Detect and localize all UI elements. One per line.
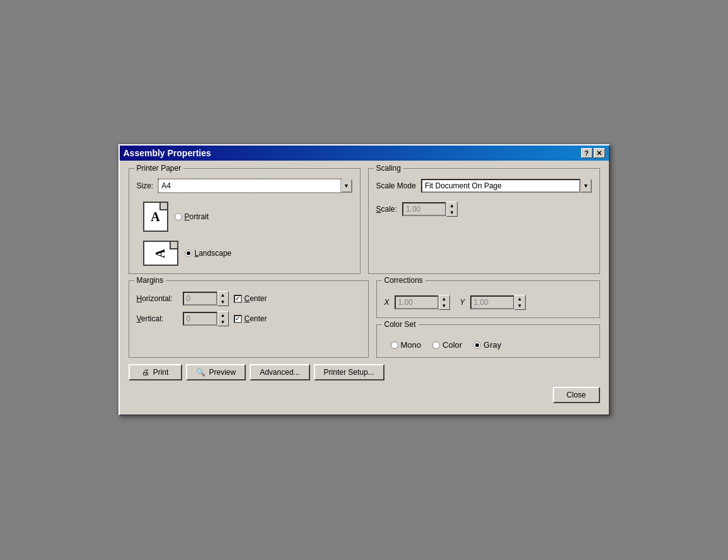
print-button[interactable]: 🖨 Print: [129, 364, 182, 380]
scale-mode-select-arrow[interactable]: ▼: [581, 179, 592, 193]
gray-label: Gray: [483, 340, 501, 350]
vertical-center-wrapper: Center: [234, 314, 267, 323]
button-row: 🖨 Print 🔍 Preview Advanced... Printer Se…: [129, 364, 600, 384]
horizontal-spin-down[interactable]: ▼: [218, 299, 228, 306]
advanced-label: Advanced...: [260, 368, 299, 377]
vertical-spin-up[interactable]: ▲: [218, 312, 228, 319]
color-row: Mono Color Gray: [384, 340, 592, 350]
vertical-spin-down[interactable]: ▼: [218, 319, 228, 326]
scale-mode-row: Scale Mode Fit Document On Page ▼: [376, 179, 592, 193]
horizontal-label: Horizontal:: [137, 294, 178, 303]
x-label: X: [384, 298, 390, 307]
close-label: Close: [567, 391, 586, 399]
y-spin-up[interactable]: ▲: [515, 295, 525, 302]
scale-mode-select-container: Fit Document On Page ▼: [421, 179, 592, 193]
y-spin-down[interactable]: ▼: [515, 302, 525, 309]
gray-option: Gray: [473, 340, 501, 350]
vertical-center-checkbox[interactable]: [234, 315, 242, 323]
scaling-group: Scaling Scale Mode Fit Document On Page …: [368, 168, 600, 274]
vertical-spin-buttons: ▲ ▼: [217, 311, 229, 326]
portrait-letter: A: [151, 210, 159, 224]
title-bar-buttons: ? ✕: [581, 148, 605, 158]
color-set-group: Color Set Mono Color Gray: [376, 324, 600, 358]
portrait-icon: A: [143, 202, 168, 232]
x-spin-wrapper: ▲ ▼: [395, 295, 450, 310]
gray-radio[interactable]: [473, 341, 481, 349]
margins-title: Margins: [134, 276, 166, 285]
y-input[interactable]: [470, 295, 514, 309]
x-spin-down[interactable]: ▼: [439, 302, 449, 309]
x-spin-up[interactable]: ▲: [439, 295, 449, 302]
y-spin-buttons: ▲ ▼: [514, 295, 526, 310]
corrections-row: X ▲ ▼ Y ▲: [384, 295, 592, 310]
right-groups: Corrections X ▲ ▼ Y: [376, 280, 600, 358]
vertical-input[interactable]: [183, 312, 217, 326]
landscape-letter: A: [153, 249, 168, 258]
horizontal-center-wrapper: Center: [234, 294, 267, 303]
print-label: Print: [153, 368, 169, 377]
size-row: Size: A4 ▼: [137, 179, 352, 193]
scale-spin-up[interactable]: ▲: [447, 202, 457, 209]
size-select-container: A4 ▼: [158, 179, 352, 193]
corrections-group: Corrections X ▲ ▼ Y: [376, 280, 600, 318]
portrait-row: A Portrait: [143, 202, 352, 232]
x-input[interactable]: [395, 295, 439, 309]
mono-radio[interactable]: [391, 341, 398, 349]
horizontal-input[interactable]: [183, 292, 217, 306]
scale-label: Scale:: [376, 205, 397, 214]
scale-mode-label: Scale Mode: [376, 181, 416, 190]
help-button[interactable]: ?: [581, 148, 592, 158]
preview-button[interactable]: 🔍 Preview: [186, 364, 246, 380]
landscape-radio-group[interactable]: Landscape: [185, 249, 232, 258]
close-button[interactable]: Close: [553, 387, 600, 403]
scale-spin-buttons: ▲ ▼: [446, 202, 458, 217]
portrait-radio[interactable]: [175, 213, 182, 220]
horizontal-spin-buttons: ▲ ▼: [217, 291, 229, 306]
scale-spin-down[interactable]: ▼: [447, 209, 457, 216]
bottom-section: Margins Horizontal: ▲ ▼ Center: [129, 280, 600, 358]
vertical-margins-row: Vertical: ▲ ▼ Center: [137, 311, 361, 326]
horizontal-spin-up[interactable]: ▲: [218, 292, 228, 299]
vertical-label: Vertical:: [137, 314, 178, 323]
title-bar: Assembly Properties ? ✕: [120, 146, 609, 161]
top-section: Printer Paper Size: A4 ▼ A: [129, 168, 600, 274]
landscape-row: A Landscape: [143, 241, 352, 266]
scaling-title: Scaling: [374, 164, 403, 173]
y-label: Y: [460, 298, 465, 307]
printer-paper-group: Printer Paper Size: A4 ▼ A: [129, 168, 361, 274]
dialog-title: Assembly Properties: [124, 148, 211, 158]
horizontal-center-checkbox[interactable]: [234, 295, 242, 303]
mono-option: Mono: [391, 340, 422, 350]
horizontal-center-label: Center: [245, 294, 267, 303]
advanced-button[interactable]: Advanced...: [250, 364, 309, 380]
color-label: Color: [442, 340, 462, 350]
margins-group: Margins Horizontal: ▲ ▼ Center: [129, 280, 369, 358]
scale-mode-select-value[interactable]: Fit Document On Page: [421, 179, 581, 193]
size-select-arrow[interactable]: ▼: [341, 179, 352, 193]
dialog-content: Printer Paper Size: A4 ▼ A: [120, 161, 609, 414]
mono-label: Mono: [401, 340, 422, 350]
y-spin-wrapper: ▲ ▼: [470, 295, 526, 310]
assembly-properties-dialog: Assembly Properties ? ✕ Printer Paper Si…: [118, 144, 610, 416]
close-title-button[interactable]: ✕: [594, 148, 605, 158]
color-set-title: Color Set: [382, 320, 419, 329]
printer-setup-button[interactable]: Printer Setup...: [314, 364, 384, 380]
vertical-center-label: Center: [245, 314, 267, 323]
close-row: Close: [129, 384, 600, 406]
vertical-spin-wrapper: ▲ ▼: [183, 311, 229, 326]
landscape-icon: A: [143, 241, 178, 266]
color-option: Color: [432, 340, 462, 350]
printer-setup-label: Printer Setup...: [324, 368, 374, 377]
orientation-area: A Portrait A Lan: [137, 202, 352, 266]
size-select-value[interactable]: A4: [158, 179, 340, 193]
horizontal-spin-wrapper: ▲ ▼: [183, 291, 229, 306]
landscape-label: Landscape: [195, 249, 232, 258]
color-radio[interactable]: [432, 341, 440, 349]
scale-row: Scale: ▲ ▼: [376, 202, 592, 217]
landscape-radio[interactable]: [185, 249, 192, 257]
x-spin-buttons: ▲ ▼: [439, 295, 450, 310]
corrections-title: Corrections: [382, 276, 425, 285]
preview-icon: 🔍: [196, 368, 205, 377]
scale-input[interactable]: [402, 202, 446, 216]
portrait-radio-group[interactable]: Portrait: [175, 212, 209, 221]
